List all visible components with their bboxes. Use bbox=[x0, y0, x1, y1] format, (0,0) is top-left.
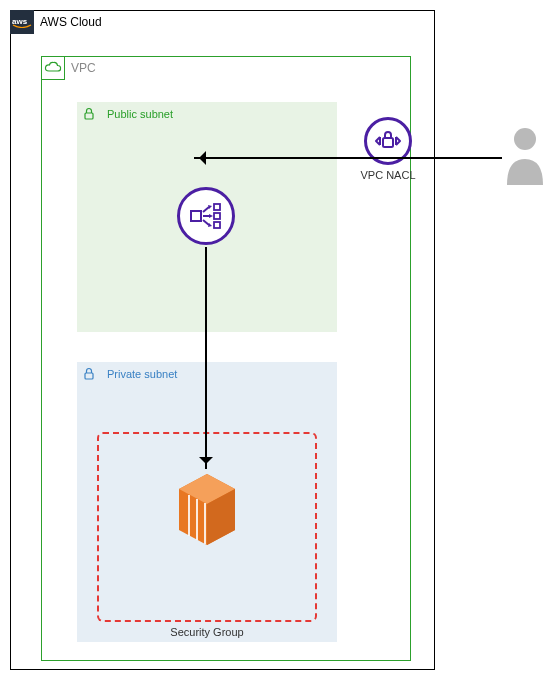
svg-rect-1 bbox=[85, 113, 93, 119]
arrow-elb-to-ec2 bbox=[205, 247, 207, 469]
aws-cloud-container: aws AWS Cloud VPC Public subnet P bbox=[10, 10, 435, 670]
svg-point-17 bbox=[514, 128, 536, 150]
svg-rect-3 bbox=[191, 211, 201, 221]
security-group-label: Security Group bbox=[99, 626, 315, 638]
svg-rect-8 bbox=[214, 213, 220, 219]
private-subnet-lock-icon bbox=[77, 362, 101, 386]
vpc-nacl-label: VPC NACL bbox=[347, 169, 429, 181]
aws-cloud-label: AWS Cloud bbox=[40, 15, 102, 29]
ec2-instance-icon bbox=[175, 472, 240, 552]
private-subnet-label: Private subnet bbox=[107, 368, 177, 380]
vpc-cloud-icon bbox=[41, 56, 65, 80]
user-icon bbox=[505, 125, 545, 195]
svg-rect-2 bbox=[85, 373, 93, 379]
public-subnet-lock-icon bbox=[77, 102, 101, 126]
private-subnet-header: Private subnet bbox=[77, 362, 177, 386]
svg-rect-9 bbox=[214, 222, 220, 228]
public-subnet-header: Public subnet bbox=[77, 102, 173, 126]
public-subnet-label: Public subnet bbox=[107, 108, 173, 120]
svg-rect-7 bbox=[214, 204, 220, 210]
aws-logo-icon: aws bbox=[10, 10, 34, 34]
svg-marker-4 bbox=[209, 214, 213, 218]
aws-cloud-header: aws AWS Cloud bbox=[10, 10, 102, 34]
arrow-user-to-elb bbox=[194, 157, 502, 159]
vpc-label: VPC bbox=[71, 61, 96, 75]
vpc-header: VPC bbox=[41, 56, 96, 80]
svg-text:aws: aws bbox=[12, 17, 28, 26]
svg-rect-10 bbox=[383, 138, 393, 147]
load-balancer-icon bbox=[177, 187, 235, 245]
vpc-container: VPC Public subnet Private subnet Securit… bbox=[41, 56, 411, 661]
